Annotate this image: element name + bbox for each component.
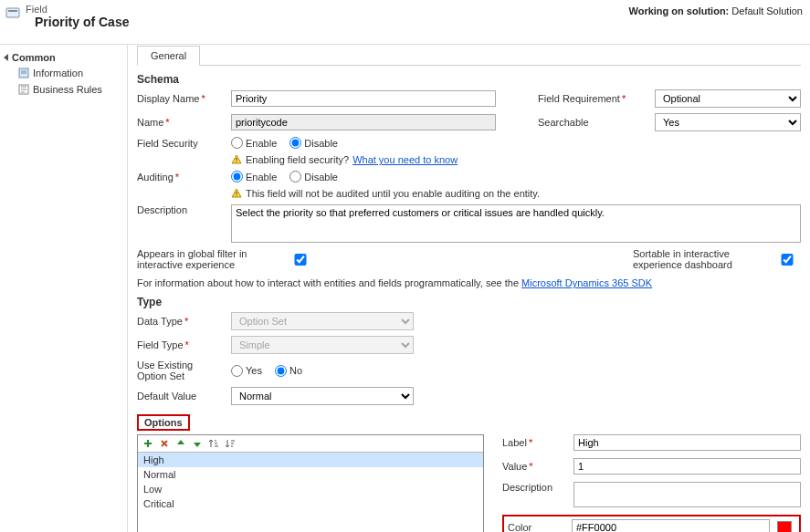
sdk-info: For information about how to interact wi… [137,277,801,288]
section-type: Type [137,296,801,308]
warning-icon [231,154,242,165]
option-value-label: Value [502,461,566,472]
move-down-icon[interactable] [192,438,203,449]
sidebar-item-information[interactable]: Information [4,65,123,81]
option-value-input[interactable] [573,458,801,475]
auditing-label: Auditing [137,172,224,183]
name-input [231,114,496,130]
move-up-icon[interactable] [175,438,186,449]
security-warning-text: Enabling field security? [246,154,349,165]
options-listbox: High Normal Low Critical [137,434,484,532]
main-content: General Schema Display Name Field Requir… [128,45,810,532]
security-link[interactable]: What you need to know [352,154,458,165]
display-name-input[interactable] [231,90,496,107]
field-security-label: Field Security [137,138,224,149]
option-description-label: Description [502,482,566,493]
option-item[interactable]: High [138,453,483,467]
description-label: Description [137,204,224,215]
auditing-enable[interactable]: Enable [231,171,277,183]
option-label-input[interactable] [573,434,801,451]
searchable-select[interactable]: Yes [655,113,801,131]
sortable-label: Sortable in interactive experience dashb… [633,248,770,270]
field-type-select: Simple [231,336,414,354]
option-label-label: Label [502,437,566,448]
option-color-label: Color [508,522,564,532]
tab-general[interactable]: General [137,46,200,66]
svg-point-9 [236,195,237,196]
data-type-select: Option Set [231,312,414,330]
appears-filter-label: Appears in global filter in interactive … [137,248,283,270]
delete-icon[interactable] [159,438,170,449]
add-icon[interactable] [142,438,153,449]
svg-point-7 [236,162,237,162]
display-name-label: Display Name [137,93,224,104]
searchable-label: Searchable [538,117,647,128]
sort-desc-icon[interactable] [225,438,236,449]
warning-icon [231,188,242,199]
default-value-select[interactable]: Normal [231,387,414,405]
page-header: Field Priority of Case Working on soluti… [0,0,810,44]
sdk-link[interactable]: Microsoft Dynamics 365 SDK [521,277,652,288]
auditing-warning-text: This field will not be audited until you… [246,188,540,199]
page-title: Priority of Case [26,15,138,38]
field-security-disable[interactable]: Disable [289,137,338,149]
section-options: Options [137,414,190,431]
entity-type-label: Field [26,4,138,15]
sidebar-section-common[interactable]: Common [4,50,123,65]
caret-icon [4,54,8,61]
appears-filter-checkbox[interactable] [287,254,314,266]
svg-rect-0 [6,8,19,17]
option-color-input[interactable] [572,519,770,532]
use-existing-yes[interactable]: Yes [231,365,262,377]
sidebar: Common Information Business Rules [0,45,128,532]
option-item[interactable]: Critical [138,496,483,511]
auditing-disable[interactable]: Disable [289,171,338,183]
section-schema: Schema [137,73,801,86]
sidebar-item-business-rules[interactable]: Business Rules [4,81,123,98]
tab-strip: General [137,45,801,66]
use-existing-label: Use Existing Option Set [137,360,224,381]
solution-indicator: Working on solution: Default Solution [628,4,803,16]
color-swatch[interactable] [777,521,792,532]
field-type-label: Field Type [137,339,224,350]
description-textarea[interactable] [231,204,801,243]
option-item[interactable]: Low [138,482,483,496]
option-item[interactable]: Normal [138,467,483,482]
use-existing-no[interactable]: No [275,365,302,377]
option-properties: Label Value Description Color [502,434,801,532]
field-requirement-select[interactable]: Optional [655,89,801,108]
form-icon [18,68,29,78]
field-requirement-label: Field Requirement [538,93,647,104]
options-toolbar [138,435,483,453]
rules-icon [18,84,29,95]
data-type-label: Data Type [137,316,224,327]
field-security-enable[interactable]: Enable [231,137,277,149]
field-entity-icon [5,5,20,20]
option-description-textarea[interactable] [573,482,801,507]
name-label: Name [137,117,224,128]
default-value-label: Default Value [137,391,224,402]
sort-asc-icon[interactable] [208,438,219,449]
svg-rect-1 [8,10,17,12]
sortable-checkbox[interactable] [773,254,801,266]
